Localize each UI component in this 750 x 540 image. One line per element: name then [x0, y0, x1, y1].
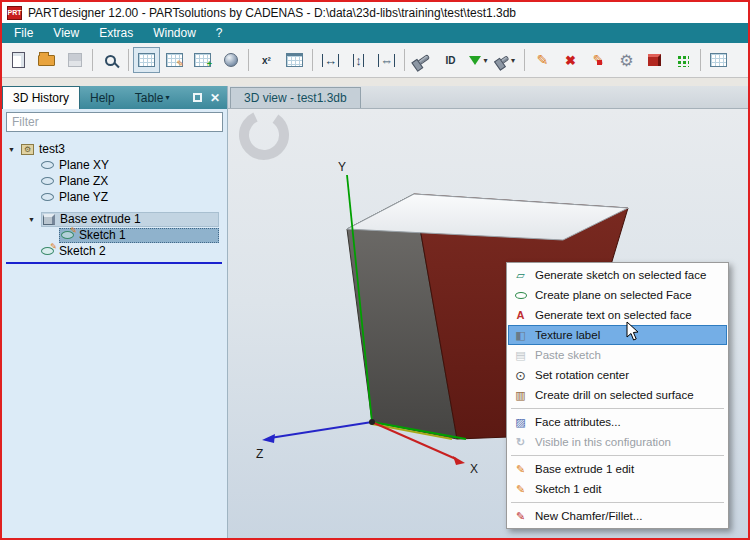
- menu-file[interactable]: File: [4, 24, 43, 42]
- plane-icon: [41, 193, 54, 201]
- assembly-icon: [21, 144, 34, 155]
- tree-item-sketch-2[interactable]: Sketch 2: [2, 243, 227, 259]
- zoom-button[interactable]: [97, 47, 124, 73]
- table-button[interactable]: [281, 47, 308, 73]
- new-file-button[interactable]: [5, 47, 32, 73]
- dimension-linear-button[interactable]: ↔: [317, 47, 344, 73]
- open-file-button[interactable]: [33, 47, 60, 73]
- context-menu-item-set-rotation-center[interactable]: Set rotation center: [508, 365, 727, 385]
- toolbar-separator: [524, 49, 525, 71]
- expand-arrow-icon[interactable]: ▼: [28, 216, 41, 223]
- menu-view[interactable]: View: [43, 24, 89, 42]
- toolbar-separator: [312, 49, 313, 71]
- grid-button[interactable]: [705, 47, 732, 73]
- tab-3d-history[interactable]: 3D History: [2, 86, 80, 109]
- dimension-vertical-icon: ↕: [353, 54, 364, 67]
- open-folder-icon: [38, 55, 55, 66]
- delete-element-button[interactable]: ✖: [557, 47, 584, 73]
- context-menu-item-paste-sketch[interactable]: Paste sketch: [508, 345, 727, 365]
- context-menu-item-sketch-1-edit[interactable]: Sketch 1 edit: [508, 479, 727, 499]
- dimension-parallel-icon: ⇔: [378, 54, 395, 67]
- dimension-vertical-button[interactable]: ↕: [345, 47, 372, 73]
- standards-dropdown[interactable]: ▾: [493, 47, 520, 73]
- tree-item-label: Plane XY: [59, 158, 109, 172]
- face-attributes-icon: [513, 416, 528, 429]
- panel-tab-bar: 3D History Help Table▾ ✕: [2, 86, 227, 109]
- context-menu-item-create-plane[interactable]: Create plane on selected Face: [508, 285, 727, 305]
- content-area: 3D History Help Table▾ ✕ ▼ test3: [2, 78, 748, 538]
- axis-z-arrow: [262, 434, 275, 443]
- menu-bar: File View Extras Window ?: [2, 23, 748, 43]
- tree-item-plane-zx[interactable]: Plane ZX: [2, 173, 227, 189]
- expand-arrow-icon[interactable]: ▼: [8, 146, 21, 153]
- tab-table-label: Table: [135, 91, 164, 105]
- sketcher-icon: [138, 53, 155, 67]
- context-menu-item-generate-sketch[interactable]: Generate sketch on selected face: [508, 265, 727, 285]
- title-bar: PRT PARTdesigner 12.00 - PARTsolutions b…: [2, 2, 748, 23]
- tab-table[interactable]: Table▾: [125, 86, 180, 109]
- settings-gear-icon: ⚙: [619, 51, 633, 70]
- tab-3d-view[interactable]: 3D view - test1.3db: [230, 87, 361, 108]
- sketch-icon: [41, 247, 54, 255]
- context-menu-item-base-extrude-edit[interactable]: Base extrude 1 edit: [508, 459, 727, 479]
- menu-window[interactable]: Window: [143, 24, 206, 42]
- thread-bolt-icon: [415, 54, 430, 67]
- 3d-viewport[interactable]: Y Z X Generate sketch on selected face C…: [228, 109, 748, 538]
- context-menu-item-new-chamfer-fillet[interactable]: New Chamfer/Fillet...: [508, 506, 727, 526]
- visibility-icon: [513, 436, 528, 449]
- axis-y-label: Y: [338, 160, 346, 174]
- pattern-button[interactable]: [669, 47, 696, 73]
- thread-button[interactable]: [409, 47, 436, 73]
- id-button[interactable]: ID: [437, 47, 464, 73]
- menu-extras[interactable]: Extras: [89, 24, 143, 42]
- context-menu-item-create-drill[interactable]: Create drill on selected surface: [508, 385, 727, 405]
- axis-x-arrow: [453, 456, 465, 465]
- mouse-cursor-icon: [626, 321, 640, 341]
- texture-label-icon: [513, 329, 528, 342]
- settings-button[interactable]: ⚙: [613, 47, 640, 73]
- sketcher-button[interactable]: [133, 47, 160, 73]
- menu-separator: [511, 408, 724, 409]
- menu-help[interactable]: ?: [206, 24, 233, 42]
- rotation-center-icon: [513, 368, 528, 383]
- tree-item-label: Base extrude 1: [60, 212, 141, 226]
- chevron-down-icon: ▾: [165, 93, 169, 102]
- create-plane-icon: [513, 292, 528, 299]
- close-icon[interactable]: ✕: [210, 92, 220, 104]
- tree-item-plane-yz[interactable]: Plane YZ: [2, 189, 227, 205]
- context-menu-item-face-attributes[interactable]: Face attributes...: [508, 412, 727, 432]
- new-sketch-button[interactable]: +: [189, 47, 216, 73]
- edit-element-button[interactable]: ✎: [529, 47, 556, 73]
- tree-row-selected: Sketch 1: [59, 228, 219, 243]
- delete-cross-icon: ✖: [565, 53, 576, 68]
- filter-container: [2, 109, 227, 135]
- tree-item-test3[interactable]: ▼ test3: [2, 141, 227, 157]
- shading-button[interactable]: [217, 47, 244, 73]
- tree-item-sketch-1[interactable]: Sketch 1: [2, 227, 227, 243]
- tree-item-label: Sketch 1: [79, 228, 126, 242]
- filter-input[interactable]: [6, 112, 223, 132]
- quick-render-dropdown[interactable]: ▾: [465, 47, 492, 73]
- edit-sketch-button[interactable]: ✎: [161, 47, 188, 73]
- dimension-parallel-button[interactable]: ⇔: [373, 47, 400, 73]
- solid-view-button[interactable]: [641, 47, 668, 73]
- app-window: PRT PARTdesigner 12.00 - PARTsolutions b…: [0, 0, 750, 540]
- float-panel-icon[interactable]: [193, 93, 202, 102]
- context-menu-item-generate-text[interactable]: Generate text on selected face: [508, 305, 727, 325]
- tree-item-label: Plane YZ: [59, 190, 108, 204]
- menu-separator: [511, 502, 724, 503]
- edit-attributes-button[interactable]: ✎: [585, 47, 612, 73]
- zoom-icon: [105, 55, 116, 66]
- tab-help[interactable]: Help: [80, 86, 125, 109]
- axis-x-label: X: [470, 462, 478, 476]
- save-button[interactable]: [61, 47, 88, 73]
- tree-item-base-extrude-1[interactable]: ▼ Base extrude 1: [2, 211, 227, 227]
- plane-icon: [41, 177, 54, 185]
- context-menu-item-visible-configuration[interactable]: Visible in this configuration: [508, 432, 727, 452]
- context-menu-item-texture-label[interactable]: Texture label: [508, 325, 727, 345]
- history-position-marker[interactable]: [6, 262, 222, 264]
- tree-item-plane-xy[interactable]: Plane XY: [2, 157, 227, 173]
- variables-button[interactable]: x²: [253, 47, 280, 73]
- edit-pencil-icon: ✎: [537, 52, 549, 68]
- axis-z: [270, 422, 372, 438]
